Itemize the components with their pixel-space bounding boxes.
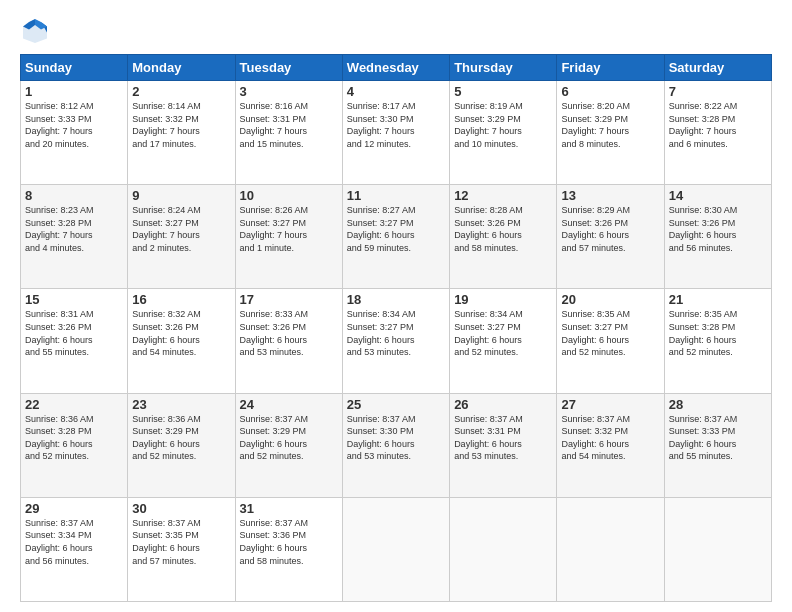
calendar-header-friday: Friday [557,55,664,81]
calendar-cell: 7Sunrise: 8:22 AM Sunset: 3:28 PM Daylig… [664,81,771,185]
day-info: Sunrise: 8:22 AM Sunset: 3:28 PM Dayligh… [669,100,767,150]
day-number: 7 [669,84,767,99]
day-number: 6 [561,84,659,99]
calendar-cell [342,497,449,601]
day-number: 21 [669,292,767,307]
day-info: Sunrise: 8:31 AM Sunset: 3:26 PM Dayligh… [25,308,123,358]
day-info: Sunrise: 8:29 AM Sunset: 3:26 PM Dayligh… [561,204,659,254]
day-number: 8 [25,188,123,203]
calendar-cell: 26Sunrise: 8:37 AM Sunset: 3:31 PM Dayli… [450,393,557,497]
day-number: 10 [240,188,338,203]
calendar-cell: 22Sunrise: 8:36 AM Sunset: 3:28 PM Dayli… [21,393,128,497]
calendar-header-monday: Monday [128,55,235,81]
calendar-cell: 23Sunrise: 8:36 AM Sunset: 3:29 PM Dayli… [128,393,235,497]
calendar-cell: 4Sunrise: 8:17 AM Sunset: 3:30 PM Daylig… [342,81,449,185]
day-info: Sunrise: 8:32 AM Sunset: 3:26 PM Dayligh… [132,308,230,358]
calendar-week-1: 1Sunrise: 8:12 AM Sunset: 3:33 PM Daylig… [21,81,772,185]
day-info: Sunrise: 8:37 AM Sunset: 3:31 PM Dayligh… [454,413,552,463]
day-number: 15 [25,292,123,307]
day-info: Sunrise: 8:34 AM Sunset: 3:27 PM Dayligh… [347,308,445,358]
day-info: Sunrise: 8:37 AM Sunset: 3:29 PM Dayligh… [240,413,338,463]
calendar-cell: 3Sunrise: 8:16 AM Sunset: 3:31 PM Daylig… [235,81,342,185]
day-info: Sunrise: 8:17 AM Sunset: 3:30 PM Dayligh… [347,100,445,150]
day-number: 22 [25,397,123,412]
calendar-header-thursday: Thursday [450,55,557,81]
day-info: Sunrise: 8:24 AM Sunset: 3:27 PM Dayligh… [132,204,230,254]
calendar-header-wednesday: Wednesday [342,55,449,81]
calendar-week-4: 22Sunrise: 8:36 AM Sunset: 3:28 PM Dayli… [21,393,772,497]
calendar-cell: 17Sunrise: 8:33 AM Sunset: 3:26 PM Dayli… [235,289,342,393]
calendar-cell [557,497,664,601]
day-number: 12 [454,188,552,203]
day-number: 17 [240,292,338,307]
day-info: Sunrise: 8:35 AM Sunset: 3:28 PM Dayligh… [669,308,767,358]
logo-icon [20,16,50,46]
day-info: Sunrise: 8:33 AM Sunset: 3:26 PM Dayligh… [240,308,338,358]
day-info: Sunrise: 8:27 AM Sunset: 3:27 PM Dayligh… [347,204,445,254]
calendar-cell: 18Sunrise: 8:34 AM Sunset: 3:27 PM Dayli… [342,289,449,393]
calendar-cell: 16Sunrise: 8:32 AM Sunset: 3:26 PM Dayli… [128,289,235,393]
calendar-cell: 5Sunrise: 8:19 AM Sunset: 3:29 PM Daylig… [450,81,557,185]
calendar-table: SundayMondayTuesdayWednesdayThursdayFrid… [20,54,772,602]
day-info: Sunrise: 8:37 AM Sunset: 3:35 PM Dayligh… [132,517,230,567]
day-number: 1 [25,84,123,99]
calendar-header-tuesday: Tuesday [235,55,342,81]
day-number: 11 [347,188,445,203]
day-info: Sunrise: 8:20 AM Sunset: 3:29 PM Dayligh… [561,100,659,150]
calendar-week-5: 29Sunrise: 8:37 AM Sunset: 3:34 PM Dayli… [21,497,772,601]
calendar-cell: 9Sunrise: 8:24 AM Sunset: 3:27 PM Daylig… [128,185,235,289]
calendar-week-3: 15Sunrise: 8:31 AM Sunset: 3:26 PM Dayli… [21,289,772,393]
day-number: 3 [240,84,338,99]
day-number: 18 [347,292,445,307]
calendar-cell: 24Sunrise: 8:37 AM Sunset: 3:29 PM Dayli… [235,393,342,497]
day-number: 13 [561,188,659,203]
calendar-header-sunday: Sunday [21,55,128,81]
day-number: 29 [25,501,123,516]
day-info: Sunrise: 8:23 AM Sunset: 3:28 PM Dayligh… [25,204,123,254]
day-number: 9 [132,188,230,203]
day-number: 26 [454,397,552,412]
calendar-cell: 10Sunrise: 8:26 AM Sunset: 3:27 PM Dayli… [235,185,342,289]
calendar-cell [450,497,557,601]
day-number: 27 [561,397,659,412]
day-info: Sunrise: 8:30 AM Sunset: 3:26 PM Dayligh… [669,204,767,254]
day-number: 16 [132,292,230,307]
calendar-cell: 6Sunrise: 8:20 AM Sunset: 3:29 PM Daylig… [557,81,664,185]
calendar-cell: 27Sunrise: 8:37 AM Sunset: 3:32 PM Dayli… [557,393,664,497]
day-info: Sunrise: 8:19 AM Sunset: 3:29 PM Dayligh… [454,100,552,150]
day-number: 4 [347,84,445,99]
calendar-cell: 21Sunrise: 8:35 AM Sunset: 3:28 PM Dayli… [664,289,771,393]
calendar-cell: 20Sunrise: 8:35 AM Sunset: 3:27 PM Dayli… [557,289,664,393]
day-info: Sunrise: 8:12 AM Sunset: 3:33 PM Dayligh… [25,100,123,150]
day-info: Sunrise: 8:16 AM Sunset: 3:31 PM Dayligh… [240,100,338,150]
page: SundayMondayTuesdayWednesdayThursdayFrid… [0,0,792,612]
day-number: 19 [454,292,552,307]
calendar-cell: 25Sunrise: 8:37 AM Sunset: 3:30 PM Dayli… [342,393,449,497]
day-number: 28 [669,397,767,412]
calendar-cell: 11Sunrise: 8:27 AM Sunset: 3:27 PM Dayli… [342,185,449,289]
calendar-cell [664,497,771,601]
calendar-week-2: 8Sunrise: 8:23 AM Sunset: 3:28 PM Daylig… [21,185,772,289]
calendar-cell: 12Sunrise: 8:28 AM Sunset: 3:26 PM Dayli… [450,185,557,289]
day-number: 2 [132,84,230,99]
day-number: 31 [240,501,338,516]
calendar-cell: 28Sunrise: 8:37 AM Sunset: 3:33 PM Dayli… [664,393,771,497]
calendar-cell: 30Sunrise: 8:37 AM Sunset: 3:35 PM Dayli… [128,497,235,601]
calendar-header-row: SundayMondayTuesdayWednesdayThursdayFrid… [21,55,772,81]
calendar-cell: 14Sunrise: 8:30 AM Sunset: 3:26 PM Dayli… [664,185,771,289]
day-number: 23 [132,397,230,412]
day-number: 14 [669,188,767,203]
day-number: 24 [240,397,338,412]
day-info: Sunrise: 8:28 AM Sunset: 3:26 PM Dayligh… [454,204,552,254]
day-info: Sunrise: 8:36 AM Sunset: 3:28 PM Dayligh… [25,413,123,463]
calendar-header-saturday: Saturday [664,55,771,81]
day-info: Sunrise: 8:37 AM Sunset: 3:34 PM Dayligh… [25,517,123,567]
day-info: Sunrise: 8:37 AM Sunset: 3:33 PM Dayligh… [669,413,767,463]
calendar-cell: 19Sunrise: 8:34 AM Sunset: 3:27 PM Dayli… [450,289,557,393]
calendar-cell: 13Sunrise: 8:29 AM Sunset: 3:26 PM Dayli… [557,185,664,289]
day-number: 20 [561,292,659,307]
day-info: Sunrise: 8:36 AM Sunset: 3:29 PM Dayligh… [132,413,230,463]
day-info: Sunrise: 8:14 AM Sunset: 3:32 PM Dayligh… [132,100,230,150]
header [20,16,772,46]
calendar-cell: 15Sunrise: 8:31 AM Sunset: 3:26 PM Dayli… [21,289,128,393]
